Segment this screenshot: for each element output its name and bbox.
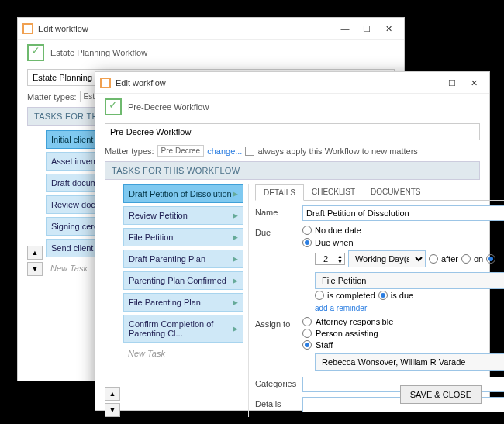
assisting-radio[interactable] (302, 329, 312, 338)
task-name-input[interactable] (302, 205, 504, 221)
chevron-right-icon: ▶ (233, 277, 238, 284)
task-item[interactable]: Parenting Plan Confirmed▶ (123, 271, 243, 290)
chevron-right-icon: ▶ (233, 190, 238, 198)
categories-label: Categories (255, 377, 298, 392)
titlebar-title: Edit workflow (116, 78, 419, 88)
matter-types-label: Matter types: (27, 92, 77, 102)
add-reminder-link[interactable]: add a reminder (315, 304, 367, 312)
app-icon (22, 23, 33, 34)
on-label: on (474, 254, 483, 264)
task-item[interactable]: Review Petition▶ (123, 206, 243, 225)
maximize-button[interactable]: ☐ (441, 75, 463, 91)
chevron-right-icon: ▶ (233, 212, 238, 219)
chevron-right-icon: ▶ (233, 298, 238, 306)
staff-label: Staff (316, 340, 333, 350)
assisting-label: Person assisting (316, 329, 378, 338)
attorney-radio[interactable] (302, 317, 312, 326)
details-label: Details (255, 397, 298, 412)
close-button[interactable]: ✕ (378, 21, 399, 36)
relative-task-select[interactable]: File Petition (315, 272, 504, 289)
matter-types-label: Matter types: (105, 147, 154, 156)
chevron-right-icon: ▶ (233, 255, 238, 263)
tab-details[interactable]: DETAILS (255, 184, 304, 201)
before-label: before (499, 254, 504, 264)
after-label: after (441, 254, 458, 264)
window-heading: Estate Planning Workflow (18, 40, 404, 69)
new-task-placeholder[interactable]: New Task (123, 346, 243, 361)
move-up-button[interactable]: ▲ (27, 246, 43, 260)
titlebar: Edit workflow — ☐ ✕ (18, 18, 404, 40)
detail-tabs: DETAILS CHECKLIST DOCUMENTS (255, 184, 504, 201)
window-title: Pre-Decree Workflow (128, 102, 209, 112)
tab-documents[interactable]: DOCUMENTS (363, 184, 428, 200)
task-item[interactable]: Draft Parenting Plan▶ (123, 250, 243, 268)
workflow-icon (105, 98, 122, 115)
task-item[interactable]: File Parenting Plan▶ (123, 293, 243, 312)
task-item[interactable]: File Petition▶ (123, 228, 243, 246)
matter-type-chip[interactable]: Pre Decree (157, 145, 205, 157)
is-completed-label: is completed (327, 291, 375, 300)
due-quantity-stepper[interactable]: ▲▼ (315, 253, 345, 265)
titlebar: Edit workflow — ☐ ✕ (95, 72, 489, 94)
tab-checklist[interactable]: CHECKLIST (304, 184, 363, 200)
minimize-button[interactable]: — (334, 21, 356, 36)
no-due-date-label: No due date (315, 226, 361, 235)
edit-workflow-window-predecree: Edit workflow — ☐ ✕ Pre-Decree Workflow … (95, 71, 490, 411)
move-down-button[interactable]: ▼ (105, 403, 120, 417)
before-radio[interactable] (486, 254, 495, 264)
assign-to-label: Assign to (255, 317, 298, 372)
move-up-button[interactable]: ▲ (105, 387, 120, 401)
window-heading: Pre-Decree Workflow (95, 94, 489, 123)
always-apply-label: always apply this Workflow to new matter… (257, 147, 417, 156)
task-item[interactable]: Confirm Completion of Parenting Cl...▶ (123, 315, 243, 343)
chevron-right-icon: ▶ (233, 325, 238, 333)
stepper-down-icon[interactable]: ▼ (336, 259, 344, 264)
staff-select[interactable]: Rebecca Wonsover, William R Varade (315, 353, 504, 371)
save-and-close-button[interactable]: SAVE & CLOSE (400, 385, 482, 404)
due-unit-select[interactable]: Working Day(s) (348, 250, 426, 267)
on-radio[interactable] (461, 254, 471, 264)
stepper-up-icon[interactable]: ▲ (336, 253, 344, 259)
workflow-icon (27, 44, 44, 61)
due-label: Due (255, 226, 298, 312)
task-details-panel: DETAILS CHECKLIST DOCUMENTS Name Due No … (248, 184, 504, 417)
close-button[interactable]: ✕ (463, 75, 485, 91)
chevron-right-icon: ▶ (233, 233, 238, 241)
due-when-radio[interactable] (302, 238, 312, 247)
minimize-button[interactable]: — (419, 75, 441, 91)
name-label: Name (255, 205, 298, 221)
is-due-label: is due (391, 291, 413, 300)
attorney-label: Attorney responsible (316, 317, 393, 326)
is-completed-radio[interactable] (315, 291, 324, 300)
always-apply-checkbox[interactable] (245, 147, 254, 156)
maximize-button[interactable]: ☐ (356, 21, 378, 36)
is-due-radio[interactable] (378, 291, 388, 300)
task-list: Draft Petition of Dissolution▶ Review Pe… (123, 184, 243, 417)
task-item[interactable]: Draft Petition of Dissolution▶ (123, 184, 243, 203)
titlebar-title: Edit workflow (38, 24, 334, 33)
staff-radio[interactable] (302, 340, 312, 350)
workflow-name-input[interactable]: Pre-Decree Workflow (105, 123, 480, 140)
no-due-date-radio[interactable] (302, 226, 312, 235)
after-radio[interactable] (429, 254, 438, 264)
window-title: Estate Planning Workflow (50, 48, 147, 57)
move-down-button[interactable]: ▼ (27, 262, 43, 276)
tasks-section-header: TASKS FOR THIS WORKFLOW (105, 161, 480, 180)
change-matter-types-link[interactable]: change... (207, 147, 242, 156)
app-icon (100, 78, 111, 88)
due-when-label: Due when (315, 238, 354, 247)
due-quantity-input[interactable] (316, 254, 336, 264)
